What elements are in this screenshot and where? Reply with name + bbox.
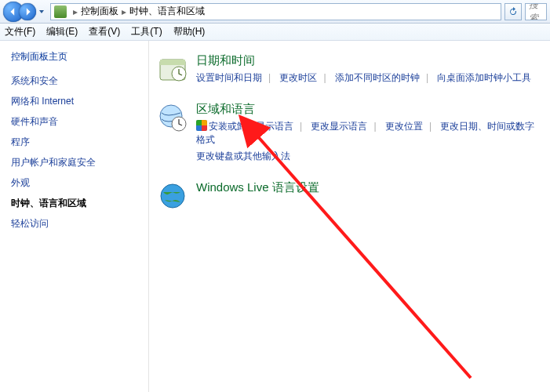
svg-line-7 [255,133,471,378]
address-bar: ▸ 控制面板 ▸ 时钟、语言和区域 搜索 [0,0,550,24]
sidebar-item-accounts-safety[interactable]: 用户帐户和家庭安全 [11,156,137,169]
link-set-date-time[interactable]: 设置时间和日期 [196,72,262,83]
arrow-right-icon [23,7,32,16]
category-links: 安装或卸载显示语言| 更改显示语言| 更改位置| 更改日期、时间或数字格式 [196,120,542,147]
breadcrumb[interactable]: ▸ 控制面板 ▸ 时钟、语言和区域 [50,3,501,20]
sidebar-item-hardware-sound[interactable]: 硬件和声音 [11,115,137,129]
nav-history-dropdown[interactable] [36,3,47,20]
clock-icon [157,53,188,85]
sidebar-item-system-security[interactable]: 系统和安全 [11,74,137,88]
breadcrumb-sep: ▸ [73,6,78,17]
chevron-down-icon [38,9,45,15]
menu-edit[interactable]: 编辑(E) [46,25,78,38]
category-windows-live-language: Windows Live 语言设置 [157,180,542,212]
sidebar-item-programs[interactable]: 程序 [11,136,137,149]
annotation-arrow [149,41,550,392]
content-pane: 日期和时间 设置时间和日期| 更改时区| 添加不同时区的时钟| 向桌面添加时钟小… [149,41,550,392]
breadcrumb-crumb-2[interactable]: 时钟、语言和区域 [129,5,205,18]
breadcrumb-crumb-1[interactable]: 控制面板 [81,5,118,18]
link-install-uninstall-display-language[interactable]: 安装或卸载显示语言 [209,121,293,132]
sidebar-item-ease-of-access[interactable]: 轻松访问 [11,217,137,230]
sidebar-home-link[interactable]: 控制面板主页 [11,50,137,64]
search-input[interactable]: 搜索 [525,3,547,20]
menu-help[interactable]: 帮助(H) [173,25,206,38]
category-date-time: 日期和时间 设置时间和日期| 更改时区| 添加不同时区的时钟| 向桌面添加时钟小… [157,53,542,85]
menu-view[interactable]: 查看(V) [89,25,120,38]
svg-rect-1 [160,60,185,65]
menu-file[interactable]: 文件(F) [5,25,35,38]
category-title[interactable]: Windows Live 语言设置 [196,180,542,195]
category-title[interactable]: 区域和语言 [196,102,542,117]
globe-clock-icon [157,102,188,133]
link-add-extra-clocks[interactable]: 添加不同时区的时钟 [335,72,420,83]
control-panel-icon [54,5,67,18]
sidebar-item-appearance[interactable]: 外观 [11,176,137,190]
refresh-icon [508,7,518,16]
menu-bar: 文件(F) 编辑(E) 查看(V) 工具(T) 帮助(H) [0,24,550,41]
search-placeholder: 搜索 [529,3,543,20]
link-change-display-language[interactable]: 更改显示语言 [311,121,367,132]
forward-button[interactable] [19,3,36,20]
sidebar: 控制面板主页 系统和安全 网络和 Internet 硬件和声音 程序 用户帐户和… [0,41,149,392]
nav-buttons [3,2,47,22]
category-region-language: 区域和语言 安装或卸载显示语言| 更改显示语言| 更改位置| 更改日期、时间或数… [157,102,542,163]
link-change-location[interactable]: 更改位置 [385,121,423,132]
link-add-clock-gadget[interactable]: 向桌面添加时钟小工具 [437,72,531,83]
globe-icon [157,180,188,212]
main-area: 控制面板主页 系统和安全 网络和 Internet 硬件和声音 程序 用户帐户和… [0,41,550,392]
refresh-button[interactable] [504,3,522,20]
shield-icon [196,120,207,131]
category-title[interactable]: 日期和时间 [196,53,542,68]
breadcrumb-sep: ▸ [122,6,126,17]
menu-tools[interactable]: 工具(T) [131,25,162,38]
sidebar-item-network-internet[interactable]: 网络和 Internet [11,95,137,108]
link-change-keyboard-input-method[interactable]: 更改键盘或其他输入法 [196,151,290,162]
category-links: 设置时间和日期| 更改时区| 添加不同时区的时钟| 向桌面添加时钟小工具 [196,71,542,85]
category-links-row2: 更改键盘或其他输入法 [196,150,542,163]
link-change-timezone[interactable]: 更改时区 [279,72,317,83]
arrow-left-icon [9,7,18,16]
sidebar-item-clock-language-region[interactable]: 时钟、语言和区域 [11,197,137,210]
